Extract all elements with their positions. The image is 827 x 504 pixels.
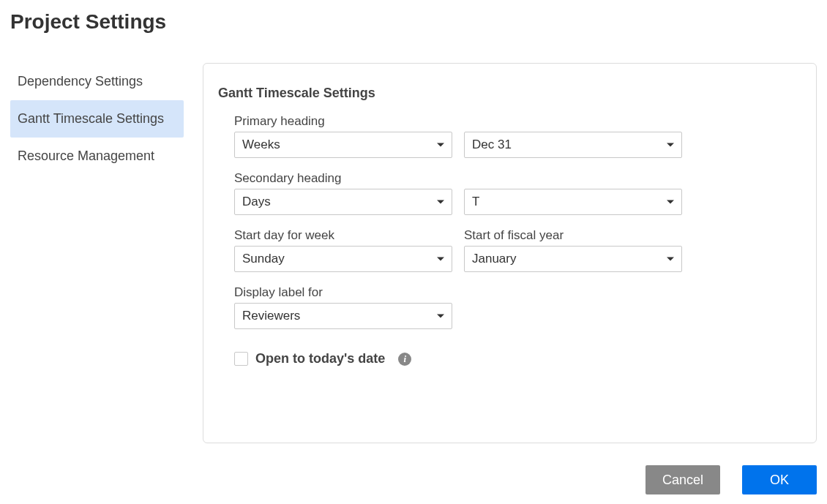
select-value: Dec 31 — [472, 138, 512, 152]
chevron-down-icon — [667, 200, 674, 204]
open-today-checkbox[interactable] — [234, 352, 248, 366]
primary-format-select[interactable]: Dec 31 — [464, 132, 682, 158]
select-value: Weeks — [242, 138, 280, 152]
select-value: Days — [242, 195, 271, 209]
settings-sidebar: Dependency Settings Gantt Timescale Sett… — [10, 63, 184, 175]
cancel-button[interactable]: Cancel — [645, 465, 720, 494]
page-title: Project Settings — [10, 10, 817, 34]
settings-panel: Gantt Timescale Settings Primary heading… — [203, 63, 817, 443]
select-value: January — [472, 252, 516, 266]
select-value: T — [472, 195, 479, 209]
spacer-label — [464, 114, 682, 129]
display-label-for-label: Display label for — [234, 285, 452, 300]
sidebar-item-label: Dependency Settings — [18, 74, 143, 89]
select-value: Reviewers — [242, 309, 300, 323]
fiscal-year-label: Start of fiscal year — [464, 228, 682, 243]
chevron-down-icon — [437, 200, 444, 204]
primary-heading-label: Primary heading — [234, 114, 452, 129]
chevron-down-icon — [437, 143, 444, 147]
secondary-heading-select[interactable]: Days — [234, 189, 452, 215]
primary-heading-select[interactable]: Weeks — [234, 132, 452, 158]
chevron-down-icon — [437, 315, 444, 318]
sidebar-item-label: Resource Management — [18, 148, 154, 163]
display-label-for-select[interactable]: Reviewers — [234, 303, 452, 329]
start-day-select[interactable]: Sunday — [234, 246, 452, 272]
sidebar-item-dependency-settings[interactable]: Dependency Settings — [10, 63, 184, 100]
dialog-footer: Cancel OK — [203, 465, 817, 494]
open-today-label: Open to today's date — [255, 351, 385, 366]
start-day-label: Start day for week — [234, 228, 452, 243]
fiscal-year-select[interactable]: January — [464, 246, 682, 272]
ok-button[interactable]: OK — [742, 465, 817, 494]
secondary-format-select[interactable]: T — [464, 189, 682, 215]
chevron-down-icon — [437, 257, 444, 261]
secondary-heading-label: Secondary heading — [234, 171, 452, 186]
section-title: Gantt Timescale Settings — [218, 86, 801, 101]
sidebar-item-gantt-timescale-settings[interactable]: Gantt Timescale Settings — [10, 100, 184, 138]
select-value: Sunday — [242, 252, 285, 266]
info-icon[interactable]: i — [398, 353, 411, 366]
spacer-label — [464, 171, 682, 186]
sidebar-item-label: Gantt Timescale Settings — [18, 111, 164, 126]
chevron-down-icon — [667, 143, 674, 147]
chevron-down-icon — [667, 257, 674, 261]
sidebar-item-resource-management[interactable]: Resource Management — [10, 138, 184, 175]
